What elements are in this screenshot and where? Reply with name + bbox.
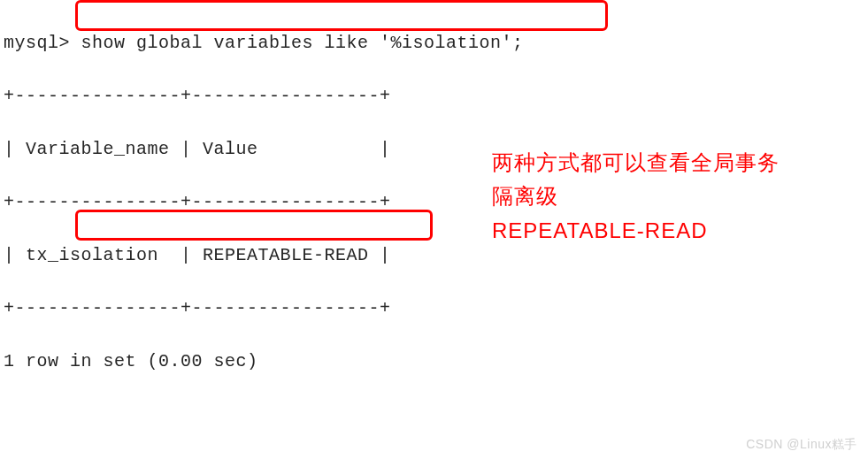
watermark-text: CSDN @Linux糕手 <box>746 435 857 454</box>
table-separator: +---------------+-----------------+ <box>4 295 864 322</box>
sql-query-1: show global variables like '%isolation'; <box>81 33 524 53</box>
annotation-text: 两种方式都可以查看全局事务 隔离级 REPEATABLE-READ <box>492 146 780 248</box>
table-separator: +---------------+-----------------+ <box>4 83 864 110</box>
annotation-line-3: REPEATABLE-READ <box>492 214 780 248</box>
annotation-line-1: 两种方式都可以查看全局事务 <box>492 146 780 180</box>
annotation-line-2: 隔离级 <box>492 180 780 213</box>
mysql-prompt: mysql> <box>4 33 70 53</box>
result-summary: 1 row in set (0.00 sec) <box>4 348 864 375</box>
